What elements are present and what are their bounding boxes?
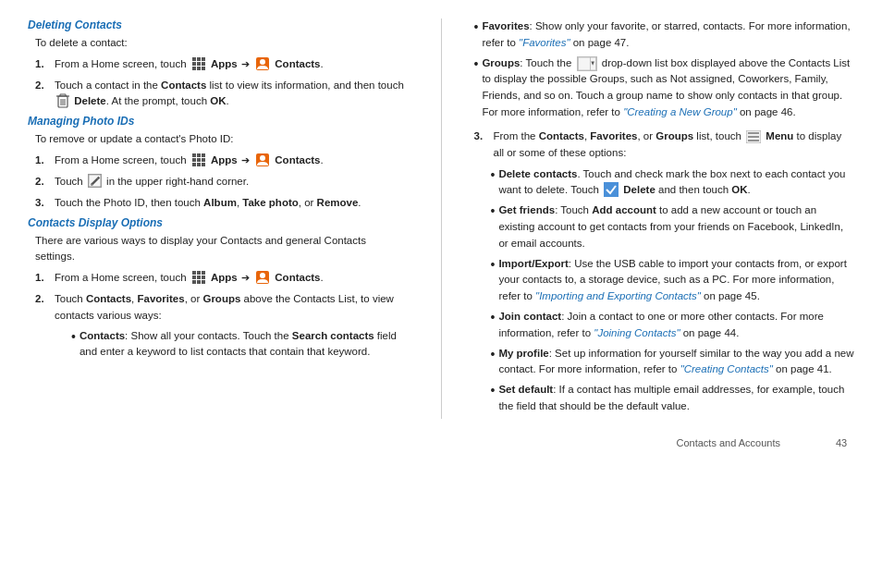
bullet-dot: • xyxy=(491,256,496,273)
right-column: • Favorites: Show only your favorite, or… xyxy=(474,18,855,419)
add-account-label: Add account xyxy=(592,204,656,215)
arrow-icon: ➔ xyxy=(241,154,250,165)
take-photo-label: Take photo xyxy=(242,197,298,208)
column-divider xyxy=(441,18,442,419)
bullet-content: Contacts: Show all your contacts. Touch … xyxy=(80,328,409,361)
step-item: 2. Touch a contact in the Contacts list … xyxy=(35,78,409,111)
section-intro-deleting: To delete a contact: xyxy=(35,35,409,52)
bullet-content-join-contact: Join contact: Join a contact to one or m… xyxy=(498,309,854,342)
bullet-content-get-friends: Get friends: Touch Add account to add a … xyxy=(498,202,854,251)
contacts-bold: Contacts xyxy=(539,130,584,141)
contacts-icon xyxy=(255,56,270,71)
bullet-dot: • xyxy=(491,202,496,219)
section-intro-photoids: To remove or update a contact's Photo ID… xyxy=(35,131,409,148)
section-managing-photo-ids: Managing Photo IDs To remove or update a… xyxy=(28,115,409,211)
search-contacts-label: Search contacts xyxy=(292,330,374,341)
ref-creating-contacts: "Creating Contacts" xyxy=(680,363,773,374)
groups-bold: Groups xyxy=(655,130,693,141)
menu-label: Menu xyxy=(766,130,793,141)
bullet-dot: • xyxy=(474,18,479,35)
contacts-icon xyxy=(255,270,270,285)
section-contacts-display: Contacts Display Options There are vario… xyxy=(28,216,409,365)
apps-icon xyxy=(191,56,206,71)
bullet-item-import-export: • Import/Export: Use the USB cable to im… xyxy=(491,256,855,305)
bullet-content-delete-contacts: Delete contacts. Touch and check mark th… xyxy=(498,166,854,200)
delete-label: Delete xyxy=(623,184,655,195)
set-default-label: Set default xyxy=(498,384,553,395)
section-intro-display: There are various ways to display your C… xyxy=(35,233,409,266)
steps-deleting: 1. From a Home screen, touch Apps ➔ Cont… xyxy=(35,56,409,110)
arrow-icon: ➔ xyxy=(241,58,250,69)
footer-page-number: 43 xyxy=(836,437,854,448)
page-layout: Deleting Contacts To delete a contact: 1… xyxy=(28,18,854,419)
step-item: 1. From a Home screen, touch Apps ➔ Cont… xyxy=(35,270,409,287)
step-number: 1. xyxy=(35,153,50,169)
step-number: 2. xyxy=(35,78,50,94)
step-item: 3. Touch the Photo ID, then touch Album,… xyxy=(35,195,409,212)
bullet-item: • Contacts: Show all your contacts. Touc… xyxy=(71,328,409,361)
ref-import-export: "Importing and Exporting Contacts" xyxy=(535,290,701,301)
join-contact-label: Join contact xyxy=(498,311,561,322)
check-icon xyxy=(604,182,619,197)
delete-label: Delete xyxy=(74,95,106,106)
step-content: Touch a contact in the Contacts list to … xyxy=(55,78,409,111)
bullet-dot: • xyxy=(71,328,76,345)
bullet-item-get-friends: • Get friends: Touch Add account to add … xyxy=(491,202,855,251)
step-content: Touch the Photo ID, then touch Album, Ta… xyxy=(55,195,409,212)
step-content: Touch in the upper right-hand corner. xyxy=(55,174,409,190)
bullet-dot: • xyxy=(474,55,479,72)
section-title-photoids: Managing Photo IDs xyxy=(28,115,409,128)
bullet-content-groups: Groups: Touch the drop-down list box dis… xyxy=(482,55,854,121)
ok-label: OK xyxy=(731,184,747,195)
contacts-bullet-label: Contacts xyxy=(80,330,125,341)
contacts-label: Contacts xyxy=(275,272,320,283)
steps-photoids: 1. From a Home screen, touch Apps ➔ Cont… xyxy=(35,153,409,211)
apps-label: Apps xyxy=(211,272,238,283)
contacts-label: Contacts xyxy=(275,58,320,69)
bullet-item-join-contact: • Join contact: Join a contact to one or… xyxy=(491,309,855,342)
step-number: 2. xyxy=(35,291,50,308)
dropdown-icon xyxy=(577,56,597,71)
step-number: 2. xyxy=(35,174,50,190)
groups-label: Groups xyxy=(482,57,520,68)
step-content: From a Home screen, touch Apps ➔ Contact… xyxy=(55,270,409,287)
bullet-content-import-export: Import/Export: Use the USB cable to impo… xyxy=(498,256,854,305)
favorites-bold: Favorites xyxy=(137,293,184,304)
step3-content: From the Contacts, Favorites, or Groups … xyxy=(494,129,855,162)
section-deleting-contacts: Deleting Contacts To delete a contact: 1… xyxy=(28,18,409,110)
contacts-bold: Contacts xyxy=(161,80,206,91)
contacts-label: Contacts xyxy=(275,154,320,165)
groups-bold: Groups xyxy=(202,293,240,304)
bullet-item-groups: • Groups: Touch the drop-down list box d… xyxy=(474,55,855,121)
apps-label: Apps xyxy=(211,154,238,165)
menu-icon xyxy=(746,130,761,143)
page-container: Deleting Contacts To delete a contact: 1… xyxy=(28,18,854,448)
step-item: 1. From a Home screen, touch Apps ➔ Cont… xyxy=(35,56,409,73)
sub-bullet-list: • Contacts: Show all your contacts. Touc… xyxy=(71,328,409,361)
ref-favorites: "Favorites" xyxy=(519,37,570,48)
step-item: 1. From a Home screen, touch Apps ➔ Cont… xyxy=(35,153,409,169)
bullet-content-my-profile: My profile: Set up information for yours… xyxy=(498,346,854,379)
section-title-display: Contacts Display Options xyxy=(28,216,409,229)
delete-contacts-label: Delete contacts xyxy=(498,168,577,179)
bullet-item-favorites: • Favorites: Show only your favorite, or… xyxy=(474,18,855,52)
apps-icon xyxy=(191,153,206,167)
step-content: From a Home screen, touch Apps ➔ Contact… xyxy=(55,153,409,169)
bullet-item-my-profile: • My profile: Set up information for you… xyxy=(491,346,855,379)
bullet-dot: • xyxy=(491,166,496,183)
bullet-content-set-default: Set default: If a contact has multiple e… xyxy=(498,382,854,415)
contacts-bold: Contacts xyxy=(86,293,131,304)
left-column: Deleting Contacts To delete a contact: 1… xyxy=(28,18,409,419)
step3-bullets: • Delete contacts. Touch and check mark … xyxy=(491,166,855,415)
bullet-item-set-default: • Set default: If a contact has multiple… xyxy=(491,382,855,415)
ref-joining-contacts: "Joining Contacts" xyxy=(594,327,680,338)
favorites-label: Favorites xyxy=(482,20,529,31)
edit-icon xyxy=(88,174,102,188)
remove-label: Remove xyxy=(317,197,359,208)
bullet-item-delete-contacts: • Delete contacts. Touch and check mark … xyxy=(491,166,855,200)
right-top-bullets: • Favorites: Show only your favorite, or… xyxy=(474,18,855,121)
footer-label: Contacts and Accounts xyxy=(676,437,780,448)
section-title-deleting: Deleting Contacts xyxy=(28,18,409,31)
contacts-icon xyxy=(255,153,270,167)
bullet-dot: • xyxy=(491,309,496,325)
